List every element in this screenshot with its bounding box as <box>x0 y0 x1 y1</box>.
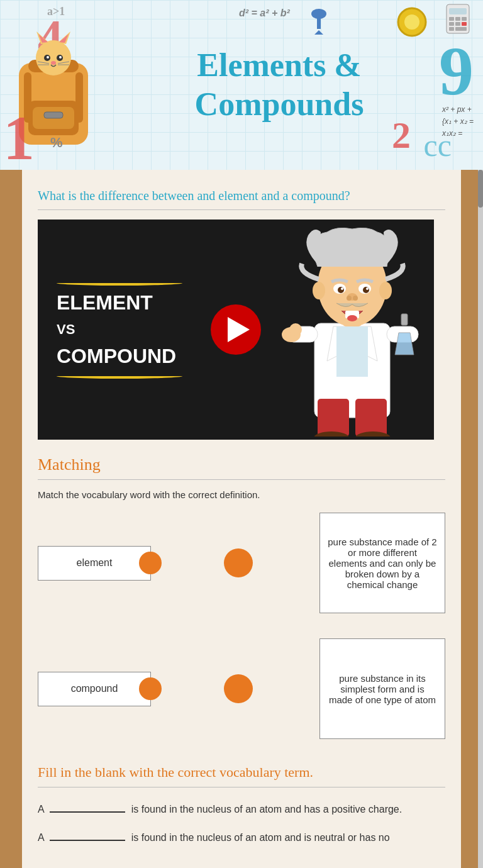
svg-point-63 <box>313 282 325 299</box>
fill-blank-section: Fill in the blank with the correct vocab… <box>38 764 445 847</box>
svg-rect-1 <box>317 18 321 29</box>
deco-num-2: 2 <box>392 114 411 157</box>
video-compound-text: COMPOUND <box>57 342 182 370</box>
svg-point-29 <box>47 56 49 58</box>
connector-area-1 <box>157 538 319 588</box>
fill-blank-title: Fill in the blank with the correct vocab… <box>38 764 445 781</box>
deco-num-9: 9 <box>439 31 474 111</box>
deco-script: cc <box>424 127 452 164</box>
scrollbar-thumb[interactable] <box>478 170 483 208</box>
cork-border-right <box>461 170 483 868</box>
page-title: Elements & Compounds <box>195 46 364 125</box>
svg-point-57 <box>366 287 369 290</box>
video-text: ELEMENT VS COMPOUND <box>57 277 182 382</box>
wave-decoration-bottom <box>57 374 182 379</box>
svg-point-56 <box>341 287 343 290</box>
match-middle-connector-2 <box>224 674 253 703</box>
svg-point-62 <box>347 315 357 321</box>
svg-rect-47 <box>401 314 408 325</box>
svg-point-65 <box>289 323 302 336</box>
cork-border-left <box>0 170 22 868</box>
matching-title: Matching <box>38 455 445 474</box>
svg-rect-14 <box>455 27 467 31</box>
svg-point-60 <box>353 296 358 301</box>
match-def-element-def[interactable]: pure substance in its simplest form and … <box>319 638 445 739</box>
matching-section: Matching Match the vocabulary word with … <box>38 455 445 739</box>
section-question: What is the difference between and eleme… <box>38 189 445 203</box>
video-vs-text: VS <box>57 320 182 340</box>
svg-rect-10 <box>449 22 454 26</box>
connector-area-2 <box>157 664 319 714</box>
svg-marker-2 <box>314 30 323 35</box>
wave-decoration-top <box>57 281 182 286</box>
divider-1 <box>38 209 445 210</box>
ring-icon <box>395 5 430 42</box>
main-content: What is the difference between and eleme… <box>22 170 461 868</box>
fill-sentence-2: A is found in the nucleus of an atom and… <box>38 828 445 847</box>
divider-fill <box>38 787 445 787</box>
svg-point-31 <box>51 61 56 65</box>
fill-input-1[interactable] <box>50 800 125 813</box>
svg-point-64 <box>379 282 392 299</box>
svg-rect-41 <box>355 399 387 437</box>
play-icon <box>228 317 250 342</box>
match-word-element[interactable]: element <box>38 546 151 581</box>
deco-num-a1: a>1 <box>47 5 65 18</box>
match-word-compound[interactable]: compound <box>38 672 151 706</box>
svg-rect-40 <box>318 399 349 437</box>
svg-rect-6 <box>449 8 467 14</box>
video-element-text: ELEMENT <box>57 289 182 317</box>
match-connector-circle-element <box>139 552 162 574</box>
match-connector-circle-compound <box>139 677 162 700</box>
match-row-1: element pure substance made of 2 or more… <box>38 513 445 613</box>
svg-point-54 <box>338 287 344 293</box>
pushpin-icon <box>308 6 330 37</box>
deco-num-1: 1 <box>3 107 35 170</box>
match-row-2: compound pure substance in its simplest … <box>38 638 445 739</box>
svg-point-22 <box>36 40 71 75</box>
svg-rect-7 <box>449 17 454 21</box>
svg-rect-39 <box>336 326 368 377</box>
svg-point-4 <box>404 14 419 30</box>
fill-sentence-1: A is found in the nucleus of an atom and… <box>38 800 445 819</box>
svg-point-30 <box>59 56 62 58</box>
fill-input-2[interactable] <box>50 828 125 841</box>
match-def-compound-def[interactable]: pure substance made of 2 or more differe… <box>319 513 445 613</box>
matching-instruction: Match the vocabulary word with the corre… <box>38 489 445 500</box>
svg-rect-11 <box>455 22 460 26</box>
deco-percent: % <box>50 135 63 151</box>
svg-rect-12 <box>462 22 467 26</box>
divider-matching <box>38 479 445 480</box>
scientist-illustration <box>274 220 431 440</box>
svg-point-0 <box>311 9 326 19</box>
video-embed[interactable]: ELEMENT VS COMPOUND <box>38 220 434 440</box>
svg-point-59 <box>347 296 352 301</box>
play-button[interactable] <box>211 304 261 355</box>
svg-rect-21 <box>44 112 63 118</box>
deco-formula-pythagorean: d² = a² + b² <box>239 8 290 19</box>
scrollbar-track[interactable] <box>478 170 483 868</box>
match-middle-connector-1 <box>224 548 253 577</box>
svg-rect-13 <box>449 27 454 31</box>
svg-point-55 <box>363 287 369 293</box>
svg-rect-8 <box>455 17 460 21</box>
svg-rect-20 <box>75 72 83 123</box>
page-header: 4 a>1 d² = a² + b² <box>0 0 483 170</box>
svg-rect-9 <box>462 17 467 21</box>
